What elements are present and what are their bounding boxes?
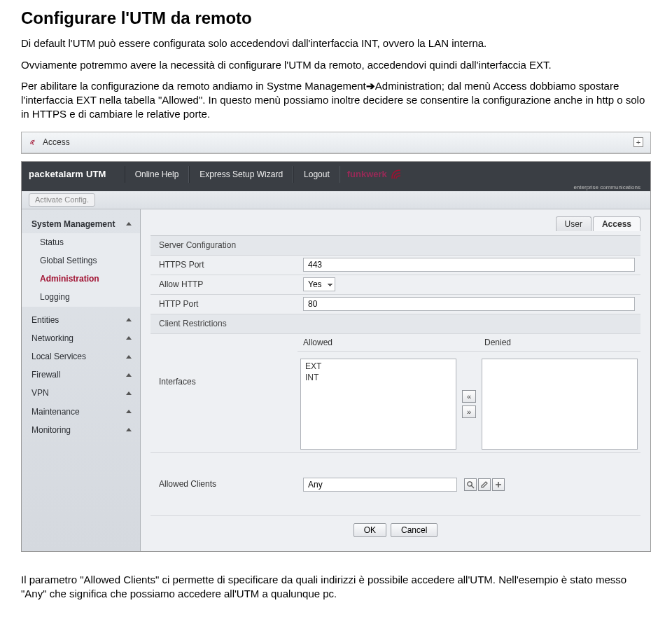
caret-up-icon xyxy=(126,336,132,340)
sidebar-item-label: Maintenance xyxy=(31,406,80,417)
caret-up-icon xyxy=(126,222,132,226)
add-icon[interactable] xyxy=(492,478,505,491)
listbox-denied[interactable] xyxy=(482,359,638,450)
sidebar-item-maintenance[interactable]: Maintenance xyxy=(22,403,140,421)
header-denied: Denied xyxy=(479,334,640,352)
sidebar-item-status[interactable]: Status xyxy=(22,233,140,251)
activate-config-button[interactable]: Activate Config. xyxy=(29,193,95,207)
list-item[interactable]: INT xyxy=(304,372,453,383)
sidebar-item-label: Local Services xyxy=(31,351,86,362)
caret-up-icon xyxy=(126,318,132,321)
vendor-logo-icon xyxy=(390,167,405,181)
header-allowed: Allowed xyxy=(298,334,459,352)
tab-access[interactable]: Access xyxy=(593,216,640,231)
tab-user[interactable]: User xyxy=(556,216,592,231)
caret-up-icon xyxy=(126,428,132,431)
sidebar-item-local-services[interactable]: Local Services xyxy=(22,347,140,366)
vendor-logo-sub: enterprise communications xyxy=(573,184,640,190)
access-section-header-screenshot: Access + xyxy=(21,132,651,154)
sidebar-item-label: Global Settings xyxy=(40,255,97,266)
paragraph-2: Ovviamente potremmo avere la necessità d… xyxy=(21,58,651,72)
label-https-port: HTTPS Port xyxy=(150,256,298,273)
section-client-restrictions: Client Restrictions xyxy=(150,315,298,332)
label-allowed-clients: Allowed Clients xyxy=(150,476,298,492)
edit-icon[interactable] xyxy=(478,478,491,491)
sidebar-item-logging[interactable]: Logging xyxy=(22,288,140,306)
section-server-config: Server Configuration xyxy=(150,237,298,254)
vendor-logo: funkwerk xyxy=(347,167,405,181)
nav-express-setup[interactable]: Express Setup Wizard xyxy=(189,166,293,183)
paragraph-1: Di default l'UTM può essere configurata … xyxy=(21,36,651,50)
sidebar-item-label: Logging xyxy=(40,291,70,303)
vendor-logo-text: funkwerk xyxy=(347,168,387,181)
second-toolbar: Activate Config. xyxy=(22,191,650,209)
sidebar-item-label: Networking xyxy=(31,333,74,344)
input-http-port[interactable] xyxy=(303,297,635,311)
brand-label: packetalarm UTM xyxy=(29,168,106,181)
paragraph-4: Il parametro "Allowed Clients" ci permet… xyxy=(21,573,651,602)
svg-point-1 xyxy=(468,481,472,485)
access-form: Server Configuration HTTPS Port Allow HT… xyxy=(150,235,640,516)
sidebar-item-monitoring[interactable]: Monitoring xyxy=(22,421,140,439)
access-header-label: Access xyxy=(43,137,70,148)
move-right-button[interactable]: » xyxy=(462,405,476,418)
input-https-port[interactable] xyxy=(303,258,635,272)
top-navbar: packetalarm UTM Online Help Express Setu… xyxy=(22,162,650,187)
tab-bar: User Access xyxy=(150,216,640,231)
sidebar-item-label: Firewall xyxy=(31,369,60,380)
expand-icon[interactable]: + xyxy=(634,137,643,147)
svg-point-0 xyxy=(32,144,34,145)
nav-logout[interactable]: Logout xyxy=(293,166,340,183)
caret-up-icon xyxy=(126,391,132,395)
svg-line-2 xyxy=(472,485,475,488)
sidebar-item-label: Status xyxy=(40,237,64,248)
sidebar-item-system-management[interactable]: System Management xyxy=(22,215,140,233)
label-allow-http: Allow HTTP xyxy=(150,276,298,293)
sidebar-item-label: Administration xyxy=(40,273,99,284)
move-left-button[interactable]: « xyxy=(462,390,476,403)
sidebar-item-label: System Management xyxy=(31,219,115,230)
caret-up-icon xyxy=(126,410,132,413)
sidebar-nav: System Management Status Global Settings… xyxy=(22,209,141,551)
label-interfaces: Interfaces xyxy=(150,334,298,390)
sidebar-item-global-settings[interactable]: Global Settings xyxy=(22,251,140,270)
sidebar-item-firewall[interactable]: Firewall xyxy=(22,366,140,384)
paragraph-3a: Per abilitare la configurazione da remot… xyxy=(21,80,366,92)
sidebar-item-vpn[interactable]: VPN xyxy=(22,384,140,402)
sidebar-item-networking[interactable]: Networking xyxy=(22,329,140,347)
admin-ui-screenshot: packetalarm UTM Online Help Express Setu… xyxy=(21,161,651,552)
search-icon[interactable] xyxy=(464,478,477,491)
sidebar-item-label: VPN xyxy=(31,387,49,398)
caret-up-icon xyxy=(126,373,132,377)
list-item[interactable]: EXT xyxy=(304,361,453,372)
content-area: User Access Server Configuration HTTPS P… xyxy=(141,209,650,551)
sidebar-item-entities[interactable]: Entities xyxy=(22,311,140,329)
input-allowed-clients[interactable] xyxy=(303,478,457,492)
nav-online-help[interactable]: Online Help xyxy=(125,166,190,183)
listbox-allowed[interactable]: EXT INT xyxy=(300,359,456,450)
label-http-port: HTTP Port xyxy=(150,296,298,312)
sidebar-item-administration[interactable]: Administration xyxy=(22,270,140,288)
caret-up-icon xyxy=(126,355,132,359)
cancel-button[interactable]: Cancel xyxy=(391,523,438,537)
page-title: Configurare l'UTM da remoto xyxy=(21,7,651,29)
sidebar-item-label: Entities xyxy=(31,314,59,326)
signal-icon xyxy=(29,137,38,147)
sidebar-item-label: Monitoring xyxy=(31,424,71,436)
paragraph-3: Per abilitare la configurazione da remot… xyxy=(21,79,651,122)
arrow-icon: ➔ xyxy=(366,80,375,92)
select-allow-http[interactable]: Yes xyxy=(303,277,335,291)
ok-button[interactable]: OK xyxy=(354,523,386,537)
